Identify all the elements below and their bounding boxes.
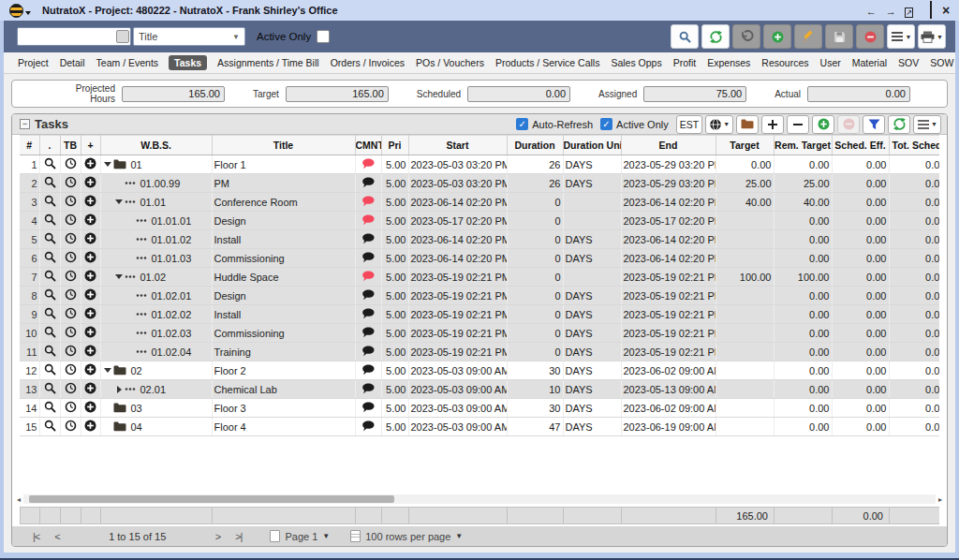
table-row[interactable]: 14 03 Floor 3 5.00 2023-05-03 09:00 AM 3…: [20, 399, 939, 418]
app-logo-icon[interactable]: [9, 4, 23, 18]
add-subtask-icon[interactable]: [84, 270, 96, 282]
tab-material[interactable]: Material: [851, 55, 888, 70]
table-row[interactable]: 1 01 Floor 1 5.00 2023-05-03 03:20 PM 26…: [20, 155, 939, 174]
expand-caret-icon[interactable]: [115, 199, 123, 204]
search-icon[interactable]: [44, 270, 56, 282]
comment-bubble-icon[interactable]: [361, 289, 375, 301]
scrollbar-thumb[interactable]: [29, 495, 394, 503]
summary-value[interactable]: 0.00: [467, 86, 570, 102]
comment-bubble-icon[interactable]: [361, 233, 375, 244]
add-circle-button[interactable]: [812, 115, 834, 134]
add-subtask-icon[interactable]: [84, 382, 96, 394]
clock-icon[interactable]: [65, 307, 77, 319]
search-icon[interactable]: [44, 382, 56, 394]
clock-icon[interactable]: [65, 326, 77, 338]
print-button[interactable]: ▼: [918, 24, 946, 49]
tab-team-events[interactable]: Team / Events: [96, 55, 160, 70]
search-icon[interactable]: [44, 420, 56, 432]
add-subtask-icon[interactable]: [84, 307, 96, 319]
system-menu-caret-icon[interactable]: [25, 11, 31, 15]
add-subtask-icon[interactable]: [84, 326, 96, 338]
search-icon[interactable]: [44, 326, 56, 338]
search-icon[interactable]: [44, 195, 56, 207]
clock-icon[interactable]: [65, 270, 77, 282]
table-row[interactable]: 7 01.02 Huddle Space 5.00 2023-05-19 02:…: [20, 268, 939, 287]
column-header[interactable]: Title: [212, 136, 355, 155]
add-subtask-icon[interactable]: [84, 157, 96, 169]
add-subtask-icon[interactable]: [84, 176, 96, 188]
column-header[interactable]: Duration: [507, 136, 563, 155]
delete-button[interactable]: [856, 24, 884, 49]
tab-assignments-time-bill[interactable]: Assignments / Time Bill: [216, 55, 320, 70]
table-row[interactable]: 10 01.02.03 Commissioning 5.00 2023-05-1…: [20, 324, 939, 343]
column-header[interactable]: Start: [408, 136, 507, 155]
search-button[interactable]: [671, 24, 699, 49]
comment-bubble-icon[interactable]: [361, 402, 375, 413]
search-icon[interactable]: [44, 176, 56, 188]
tab-resources[interactable]: Resources: [760, 55, 809, 70]
tab-project[interactable]: Project: [17, 55, 50, 70]
comment-bubble-icon[interactable]: [361, 271, 375, 282]
minus-button[interactable]: [787, 115, 809, 134]
comment-bubble-icon[interactable]: [361, 196, 375, 207]
clock-icon[interactable]: [65, 345, 77, 357]
open-external-button[interactable]: ↗: [905, 2, 913, 19]
edit-button[interactable]: [794, 24, 822, 49]
clock-icon[interactable]: [65, 288, 77, 301]
column-header[interactable]: Target: [716, 136, 774, 155]
search-icon[interactable]: [44, 345, 56, 357]
column-header[interactable]: W.B.S.: [100, 136, 212, 155]
table-row[interactable]: 2 01.00.99 PM 5.00 2023-05-03 03:20 PM 2…: [20, 174, 939, 193]
table-row[interactable]: 3 01.01 Conference Room 5.00 2023-06-14 …: [20, 193, 939, 212]
add-subtask-icon[interactable]: [84, 288, 96, 301]
column-header[interactable]: .: [39, 136, 60, 155]
table-row[interactable]: 15 04 Floor 4 5.00 2023-05-03 09:00 AM 4…: [20, 418, 939, 436]
comment-bubble-icon[interactable]: [361, 420, 375, 432]
search-icon[interactable]: [44, 288, 56, 301]
filter-button[interactable]: [863, 115, 885, 134]
active-only-checkbox[interactable]: [317, 30, 330, 43]
column-header[interactable]: Rem. Target: [774, 136, 832, 155]
list-button[interactable]: ▼: [913, 115, 941, 134]
plus-button[interactable]: [761, 115, 784, 134]
search-icon[interactable]: [44, 401, 56, 413]
add-subtask-icon[interactable]: [84, 214, 96, 226]
search-icon[interactable]: [44, 251, 56, 263]
tab-expenses[interactable]: Expenses: [706, 55, 751, 70]
refresh-button[interactable]: [888, 115, 910, 134]
column-header[interactable]: Sched. Eff.: [832, 136, 889, 155]
globe-button[interactable]: ▼: [705, 115, 733, 134]
folder-button[interactable]: [736, 115, 759, 134]
column-header[interactable]: #: [20, 136, 39, 155]
search-input[interactable]: [17, 27, 131, 46]
est-button[interactable]: EST: [676, 115, 702, 134]
comment-bubble-icon[interactable]: [361, 327, 375, 338]
column-header[interactable]: Duration Unit: [563, 136, 621, 155]
tab-sales-opps[interactable]: Sales Opps: [610, 55, 662, 70]
comment-bubble-icon[interactable]: [361, 252, 375, 263]
column-header[interactable]: +: [81, 136, 100, 155]
clock-icon[interactable]: [65, 214, 77, 226]
column-header[interactable]: End: [621, 136, 716, 155]
scroll-right-icon[interactable]: ▸: [936, 495, 945, 504]
tab-pos-vouchers[interactable]: POs / Vouchers: [415, 55, 485, 70]
tab-profit[interactable]: Profit: [672, 55, 698, 70]
search-clear-button[interactable]: [116, 30, 129, 43]
summary-value[interactable]: 0.00: [807, 86, 910, 102]
comment-bubble-icon[interactable]: [361, 346, 375, 357]
tab-detail[interactable]: Detail: [59, 55, 86, 70]
comment-bubble-icon[interactable]: [361, 364, 375, 376]
table-row[interactable]: 6 01.01.03 Commissioning 5.00 2023-06-14…: [20, 249, 939, 268]
add-subtask-icon[interactable]: [84, 401, 96, 413]
back-button[interactable]: ←: [865, 2, 877, 19]
refresh-button[interactable]: [701, 24, 730, 49]
search-icon[interactable]: [44, 157, 56, 169]
add-subtask-icon[interactable]: [84, 345, 96, 357]
add-subtask-icon[interactable]: [84, 251, 96, 263]
summary-value[interactable]: 75.00: [643, 86, 746, 102]
add-subtask-icon[interactable]: [84, 363, 96, 376]
search-icon[interactable]: [44, 363, 56, 376]
expand-caret-icon[interactable]: [115, 274, 123, 279]
summary-value[interactable]: 165.00: [122, 86, 225, 102]
scrollbar-track[interactable]: [23, 494, 936, 504]
